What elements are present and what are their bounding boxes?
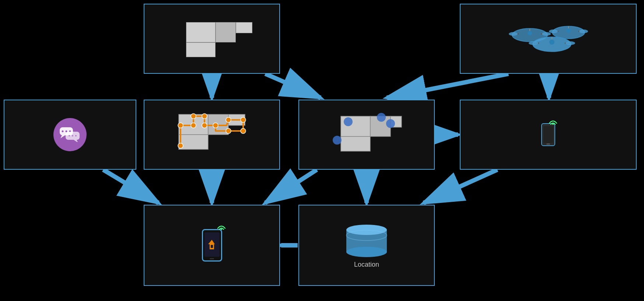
svg-point-66 [344, 117, 353, 126]
chat-icon [53, 118, 87, 151]
svg-point-60 [241, 128, 246, 134]
svg-point-27 [529, 41, 538, 45]
svg-point-68 [386, 119, 395, 128]
floorplan-original [182, 18, 241, 59]
phone-simple-container [541, 123, 555, 146]
svg-point-76 [346, 225, 387, 235]
drones-icon [508, 15, 589, 63]
svg-point-19 [509, 32, 518, 36]
svg-marker-38 [60, 135, 65, 138]
svg-point-58 [226, 117, 231, 122]
database-cylinder-icon [343, 222, 391, 259]
floorplan-beacons-icon [330, 111, 403, 159]
svg-line-3 [265, 74, 321, 98]
svg-point-57 [213, 123, 218, 128]
svg-point-23 [549, 39, 554, 45]
svg-point-53 [191, 123, 196, 128]
svg-rect-65 [341, 136, 370, 151]
svg-point-55 [202, 114, 207, 119]
box-floorplan-path [144, 100, 280, 170]
phone-body-right [541, 123, 555, 146]
svg-marker-72 [208, 240, 215, 244]
svg-line-4 [387, 74, 508, 98]
svg-rect-50 [179, 135, 208, 149]
box-floorplan-beacons [298, 100, 435, 170]
box-drones [460, 4, 637, 74]
svg-rect-73 [211, 245, 213, 248]
svg-point-31 [566, 28, 571, 33]
svg-point-39 [62, 131, 64, 132]
phone-nav-container [202, 229, 222, 262]
wifi-signal-right [548, 117, 558, 127]
svg-point-36 [579, 30, 588, 33]
box-phone-nav [144, 205, 280, 286]
svg-point-45 [72, 135, 73, 136]
floorplan-path-icon [175, 111, 249, 159]
svg-point-67 [377, 113, 386, 122]
diagram-container: Location [0, 0, 644, 301]
svg-point-70 [552, 124, 554, 125]
location-db-container: Location [343, 222, 391, 269]
svg-point-56 [202, 123, 207, 128]
svg-point-40 [66, 131, 67, 132]
svg-point-69 [333, 136, 342, 145]
phone-nav-body [202, 229, 222, 262]
svg-point-54 [191, 114, 196, 119]
box-phone-right [460, 100, 637, 170]
svg-line-7 [103, 170, 158, 203]
svg-point-74 [221, 229, 222, 230]
svg-point-35 [549, 30, 558, 33]
box-location-db: Location [298, 205, 435, 286]
svg-line-11 [424, 170, 497, 203]
svg-point-77 [346, 247, 387, 257]
box-chat [4, 100, 136, 170]
location-label: Location [354, 261, 379, 269]
svg-point-59 [241, 117, 246, 122]
svg-point-15 [528, 31, 532, 35]
box-floorplan-original [144, 4, 280, 74]
svg-point-52 [178, 123, 183, 128]
svg-point-51 [178, 143, 183, 148]
wifi-signal-nav [216, 222, 227, 231]
chat-bubbles-icon [60, 127, 80, 142]
svg-line-9 [265, 170, 317, 203]
svg-point-28 [566, 41, 575, 45]
svg-marker-43 [74, 140, 78, 142]
svg-point-46 [75, 135, 77, 136]
svg-point-61 [226, 128, 231, 134]
svg-point-20 [542, 32, 551, 36]
svg-point-44 [69, 135, 70, 136]
